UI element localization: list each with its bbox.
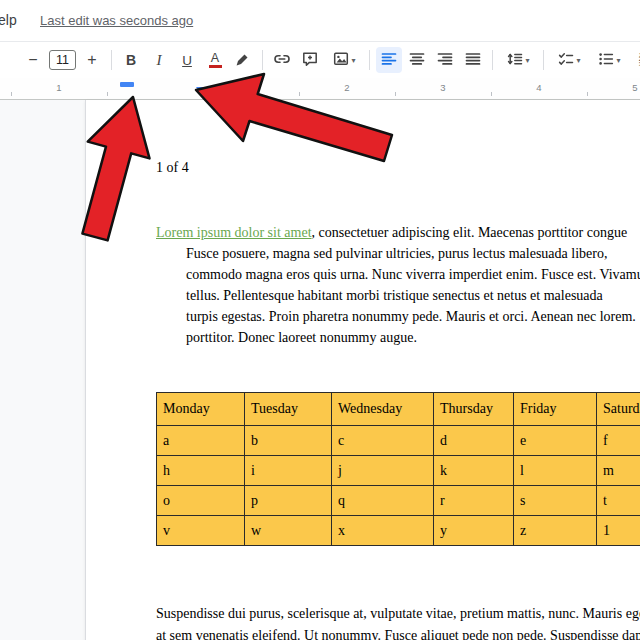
underline-icon: U (182, 53, 192, 68)
ruler-tick (299, 92, 300, 96)
image-icon (332, 50, 350, 71)
toolbar-divider (369, 50, 370, 70)
table-cell[interactable]: b (245, 426, 332, 456)
minus-icon: − (28, 51, 37, 69)
add-comment-button[interactable] (297, 47, 323, 73)
bulleted-list-icon (597, 50, 615, 71)
text-color-icon: A (209, 52, 222, 69)
table-cell[interactable]: o (157, 486, 245, 516)
ruler-tick (587, 92, 588, 96)
ruler-tick (491, 92, 492, 96)
table-header-cell[interactable]: Saturday (597, 393, 640, 426)
table-cell[interactable]: p (245, 486, 332, 516)
numbered-list-button[interactable]: 123 ▾ (630, 47, 640, 73)
table-cell[interactable]: r (434, 486, 514, 516)
bold-icon: B (126, 52, 136, 68)
table-cell[interactable]: z (514, 516, 597, 546)
table-cell[interactable]: v (157, 516, 245, 546)
toolbar-divider (262, 50, 263, 70)
checklist-button[interactable]: ▾ (550, 47, 588, 73)
italic-button[interactable]: I (146, 47, 172, 73)
table-row: opqrst (157, 486, 640, 516)
underline-button[interactable]: U (174, 47, 200, 73)
text-color-button[interactable]: A (202, 47, 228, 73)
ruler-tick (107, 92, 108, 96)
table-cell[interactable]: a (157, 426, 245, 456)
table-header-cell[interactable]: Thursday (434, 393, 514, 426)
table-cell[interactable]: l (514, 456, 597, 486)
highlight-color-button[interactable] (230, 47, 256, 73)
chevron-down-icon: ▾ (616, 56, 620, 65)
align-justify-icon (464, 50, 482, 71)
table-cell[interactable]: d (434, 426, 514, 456)
table-cell[interactable]: t (597, 486, 640, 516)
lorem-ipsum-link[interactable]: Lorem ipsum dolor sit amet (156, 225, 312, 240)
ruler-number: 1 (248, 82, 253, 93)
increase-font-size-button[interactable]: + (79, 47, 105, 73)
ruler-number: 4 (536, 82, 541, 93)
align-center-button[interactable] (404, 47, 430, 73)
table-header-cell[interactable]: Wednesday (332, 393, 434, 426)
checklist-icon (557, 50, 575, 71)
table-cell[interactable]: m (597, 456, 640, 486)
table-header-cell[interactable]: Friday (514, 393, 597, 426)
google-docs-app: elp Last edit was seconds ago − 11 + B I… (0, 0, 640, 640)
toolbar-divider (543, 50, 544, 70)
paragraph-2: Suspendisse dui purus, scelerisque at, v… (156, 603, 640, 640)
decrease-font-size-button[interactable]: − (20, 47, 46, 73)
align-left-icon (380, 50, 398, 71)
chevron-down-icon: ▾ (351, 56, 355, 65)
table-cell[interactable]: c (332, 426, 434, 456)
document-page[interactable]: 1 of 4 Lorem ipsum dolor sit amet, conse… (85, 100, 640, 640)
align-right-button[interactable] (432, 47, 458, 73)
table-cell[interactable]: k (434, 456, 514, 486)
table-header-cell[interactable]: Tuesday (245, 393, 332, 426)
align-right-icon (436, 50, 454, 71)
table-cell[interactable]: h (157, 456, 245, 486)
menu-bar: elp Last edit was seconds ago (0, 0, 640, 42)
table-cell[interactable]: q (332, 486, 434, 516)
line-spacing-button[interactable]: ▾ (499, 47, 537, 73)
link-icon (273, 50, 291, 71)
bold-button[interactable]: B (118, 47, 144, 73)
paragraph-line: turpis egestas. Proin pharetra nonummy p… (156, 306, 640, 327)
paragraph-line: Lorem ipsum dolor sit amet, consectetuer… (156, 222, 640, 243)
document-canvas: 1 of 4 Lorem ipsum dolor sit amet, conse… (0, 100, 640, 640)
comment-plus-icon (301, 50, 319, 71)
table-cell[interactable]: x (332, 516, 434, 546)
table-header-row: MondayTuesdayWednesdayThursdayFridaySatu… (157, 393, 640, 426)
italic-icon: I (157, 52, 162, 69)
bulleted-list-button[interactable]: ▾ (590, 47, 628, 73)
table-cell[interactable]: i (245, 456, 332, 486)
left-indent-marker[interactable] (196, 87, 210, 97)
table-cell[interactable]: e (514, 426, 597, 456)
table-header-cell[interactable]: Monday (157, 393, 245, 426)
insert-link-button[interactable] (269, 47, 295, 73)
weekday-table[interactable]: MondayTuesdayWednesdayThursdayFridaySatu… (156, 392, 640, 546)
chevron-down-icon: ▾ (525, 56, 529, 65)
table-cell[interactable]: y (434, 516, 514, 546)
first-line-indent-marker[interactable] (120, 82, 134, 87)
align-left-button[interactable] (376, 47, 402, 73)
toolbar: − 11 + B I U A ▾ (0, 42, 640, 78)
menu-help-partial[interactable]: elp (0, 12, 17, 28)
ruler-number: 1 (56, 82, 61, 93)
chevron-down-icon: ▾ (576, 56, 580, 65)
ruler[interactable]: 112345 (0, 78, 640, 100)
table-cell[interactable]: 1 (597, 516, 640, 546)
table-cell[interactable]: j (332, 456, 434, 486)
table-cell[interactable]: w (245, 516, 332, 546)
align-justify-button[interactable] (460, 47, 486, 73)
paragraph-line: commodo magna eros quis urna. Nunc viver… (156, 264, 640, 285)
ruler-number: 3 (440, 82, 445, 93)
table-row: hijklm (157, 456, 640, 486)
highlighter-icon (234, 50, 252, 71)
ruler-tick (395, 92, 396, 96)
table-cell[interactable]: s (514, 486, 597, 516)
table-cell[interactable]: f (597, 426, 640, 456)
font-size-input[interactable]: 11 (49, 50, 76, 70)
ruler-number: 5 (632, 82, 637, 93)
paragraph-text: , consectetuer adipiscing elit. Maecenas… (312, 225, 628, 240)
insert-image-button[interactable]: ▾ (325, 47, 363, 73)
last-edit-link[interactable]: Last edit was seconds ago (40, 13, 193, 28)
